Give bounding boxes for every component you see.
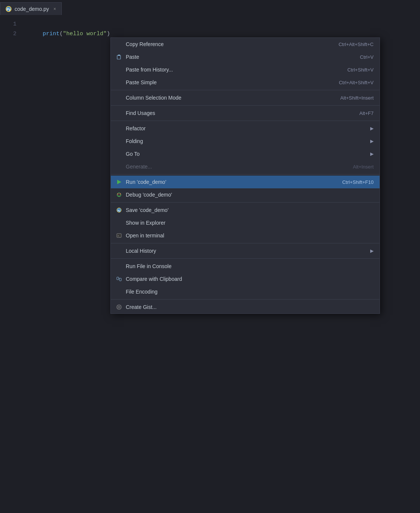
- tab-code-demo[interactable]: Py code_demo.py ×: [0, 2, 62, 15]
- menu-item-save-code-demo[interactable]: Py Save 'code_demo': [111, 204, 380, 216]
- menu-shortcut-paste-simple: Ctrl+Alt+Shift+V: [339, 80, 374, 85]
- line-number-2: 2: [0, 29, 16, 39]
- menu-shortcut-paste: Ctrl+V: [360, 54, 374, 60]
- compare-icon: [115, 275, 123, 283]
- menu-label-folding: Folding: [126, 138, 143, 144]
- menu-label-save-code-demo: Save 'code_demo': [126, 207, 168, 213]
- separator-8: [111, 299, 380, 300]
- menu-item-compare-with-clipboard[interactable]: Compare with Clipboard: [111, 273, 380, 285]
- menu-label-paste-from-history: Paste from History...: [126, 67, 173, 73]
- separator-2: [111, 105, 380, 106]
- menu-item-open-in-terminal[interactable]: >_ Open in terminal: [111, 229, 380, 242]
- menu-label-find-usages: Find Usages: [126, 110, 155, 116]
- debug-icon: [115, 191, 123, 198]
- menu-label-column-selection: Column Selection Mode: [126, 95, 182, 101]
- separator-6: [111, 243, 380, 243]
- svg-point-16: [119, 307, 119, 307]
- svg-rect-13: [119, 278, 121, 281]
- menu-label-debug-code-demo: Debug 'code_demo': [126, 192, 172, 198]
- menu-label-copy-reference: Copy Reference: [126, 41, 164, 47]
- menu-item-find-usages[interactable]: Find Usages Alt+F7: [111, 107, 380, 119]
- code-line-2: [22, 49, 110, 58]
- code-content: print("hello world"): [22, 19, 110, 58]
- menu-label-create-gist: Create Gist...: [126, 304, 156, 310]
- menu-label-compare-with-clipboard: Compare with Clipboard: [126, 276, 182, 282]
- terminal-icon: >_: [115, 232, 123, 239]
- menu-label-refactor: Refactor: [126, 125, 146, 131]
- menu-item-run-code-demo[interactable]: Run 'code_demo' Ctrl+Shift+F10: [111, 176, 380, 188]
- menu-item-show-in-explorer[interactable]: Show in Explorer: [111, 216, 380, 229]
- menu-label-paste-simple: Paste Simple: [126, 79, 156, 85]
- separator-4: [111, 174, 380, 174]
- menu-label-local-history: Local History: [126, 248, 156, 254]
- menu-label-go-to: Go To: [126, 151, 140, 157]
- line-number-1: 1: [0, 19, 16, 29]
- gist-icon: [115, 303, 123, 311]
- goto-submenu-arrow: ▶: [370, 151, 374, 157]
- svg-rect-2: [117, 55, 121, 59]
- tab-filename: code_demo.py: [15, 6, 49, 12]
- paren-close: ): [107, 31, 110, 37]
- menu-label-file-encoding: File Encoding: [126, 289, 158, 295]
- menu-shortcut-generate: Alt+Insert: [353, 164, 374, 170]
- menu-shortcut-find-usages: Alt+F7: [359, 110, 374, 116]
- python-save-icon: Py: [115, 206, 123, 214]
- menu-item-column-selection[interactable]: Column Selection Mode Alt+Shift+Insert: [111, 91, 380, 104]
- menu-label-generate: Generate...: [126, 164, 152, 170]
- paren-open: (: [60, 31, 63, 37]
- code-line-1: print("hello world"): [22, 19, 110, 49]
- python-file-icon: Py: [6, 6, 12, 12]
- svg-text:Py: Py: [6, 7, 10, 11]
- run-icon: [115, 178, 123, 186]
- menu-label-paste: Paste: [126, 54, 139, 60]
- context-menu: Copy Reference Ctrl+Alt+Shift+C Paste Ct…: [110, 37, 380, 314]
- menu-label-run-file-in-console: Run File in Console: [126, 263, 171, 269]
- menu-item-copy-reference[interactable]: Copy Reference Ctrl+Alt+Shift+C: [111, 38, 380, 51]
- menu-item-file-encoding[interactable]: File Encoding: [111, 285, 380, 298]
- string-hello-world: "hello world": [63, 31, 107, 37]
- svg-rect-3: [118, 55, 120, 56]
- tab-close-button[interactable]: ×: [54, 6, 56, 12]
- menu-shortcut-column-selection: Alt+Shift+Insert: [340, 95, 374, 101]
- menu-item-local-history[interactable]: Local History ▶: [111, 245, 380, 257]
- folding-submenu-arrow: ▶: [370, 139, 374, 144]
- menu-shortcut-run-code-demo: Ctrl+Shift+F10: [342, 179, 374, 185]
- svg-text:>_: >_: [118, 234, 121, 237]
- paste-icon: [115, 53, 123, 61]
- tab-bar: Py code_demo.py ×: [0, 0, 420, 15]
- menu-item-run-file-in-console[interactable]: Run File in Console: [111, 260, 380, 273]
- menu-item-debug-code-demo[interactable]: Debug 'code_demo': [111, 188, 380, 201]
- menu-item-create-gist[interactable]: Create Gist...: [111, 301, 380, 313]
- menu-item-paste-simple[interactable]: Paste Simple Ctrl+Alt+Shift+V: [111, 76, 380, 89]
- svg-point-6: [118, 194, 119, 195]
- local-history-submenu-arrow: ▶: [370, 248, 374, 254]
- keyword-print: print: [43, 31, 60, 37]
- separator-3: [111, 121, 380, 121]
- menu-item-refactor[interactable]: Refactor ▶: [111, 122, 380, 135]
- separator-1: [111, 90, 380, 90]
- menu-shortcut-paste-from-history: Ctrl+Shift+V: [347, 67, 374, 73]
- menu-item-go-to[interactable]: Go To ▶: [111, 148, 380, 160]
- svg-point-7: [120, 194, 121, 195]
- svg-text:Py: Py: [118, 210, 121, 212]
- refactor-submenu-arrow: ▶: [370, 126, 374, 131]
- menu-item-generate[interactable]: Generate... Alt+Insert: [111, 160, 380, 173]
- menu-item-paste[interactable]: Paste Ctrl+V: [111, 51, 380, 63]
- separator-5: [111, 202, 380, 203]
- line-numbers: 1 2: [0, 15, 22, 39]
- menu-item-folding[interactable]: Folding ▶: [111, 135, 380, 148]
- separator-7: [111, 258, 380, 259]
- menu-shortcut-copy-reference: Ctrl+Alt+Shift+C: [338, 42, 374, 47]
- menu-label-open-in-terminal: Open in terminal: [126, 233, 164, 239]
- svg-rect-12: [117, 277, 119, 280]
- menu-label-show-in-explorer: Show in Explorer: [126, 220, 165, 226]
- svg-marker-4: [117, 180, 121, 184]
- menu-label-run-code-demo: Run 'code_demo': [126, 179, 166, 185]
- menu-item-paste-from-history[interactable]: Paste from History... Ctrl+Shift+V: [111, 63, 380, 76]
